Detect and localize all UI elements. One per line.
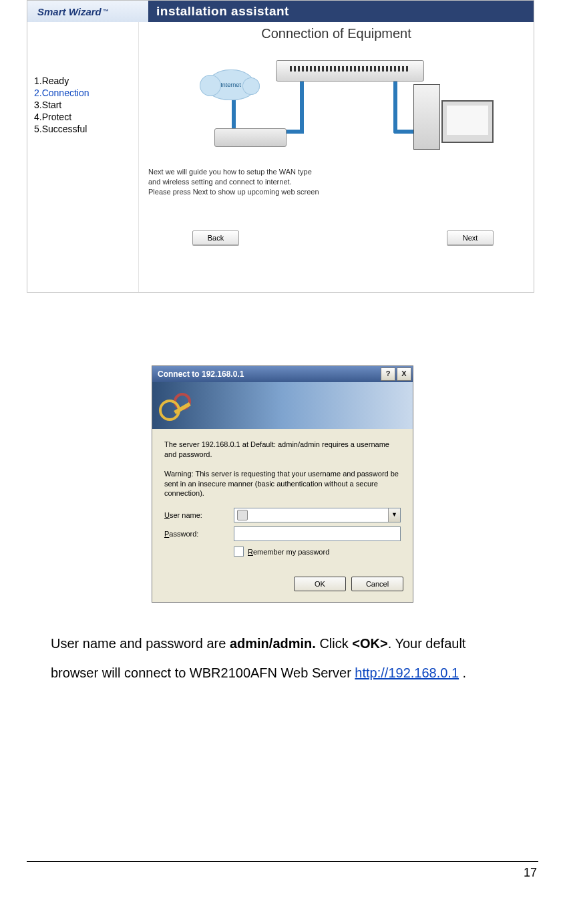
cloud-label: Internet (220, 82, 241, 88)
password-input[interactable] (234, 526, 401, 541)
dialog-title: Connect to 192.168.0.1 (158, 369, 244, 379)
wizard-step-list: 1.Ready 2.Connection 3.Start 4.Protect 5… (27, 22, 138, 292)
dialog-titlebar: Connect to 192.168.0.1 ? X (152, 366, 413, 382)
user-icon (237, 510, 248, 520)
dialog-message-2: Warning: This server is requesting that … (164, 469, 401, 499)
wire-icon (393, 80, 397, 134)
auth-dialog: Connect to 192.168.0.1 ? X The server 19… (152, 366, 413, 602)
close-button[interactable]: X (397, 367, 411, 381)
keys-icon (159, 390, 192, 421)
next-button[interactable]: Next (447, 230, 494, 245)
username-label: User name: (164, 511, 234, 519)
step-start: 3.Start (34, 100, 132, 110)
chevron-down-icon[interactable]: ▼ (388, 508, 400, 522)
help-button[interactable]: ? (381, 367, 395, 381)
internet-cloud-icon: Internet (206, 69, 256, 100)
txt: . Your default (388, 636, 466, 651)
page-number: 17 (27, 861, 538, 893)
wizard-title: installation assistant (148, 1, 534, 22)
txt: browser will connect to WBR2100AFN Web S… (51, 665, 355, 680)
pc-tower-icon (413, 84, 440, 150)
back-button[interactable]: Back (192, 230, 239, 245)
step-ready: 1.Ready (34, 75, 132, 86)
brand-text: Smart Wizard (37, 6, 102, 17)
wizard-window: Smart Wizard™ installation assistant 1.R… (27, 0, 534, 293)
server-link[interactable]: http://192.168.0.1 (355, 665, 459, 680)
dialog-message-1: The server 192.168.0.1 at Default: admin… (164, 440, 401, 460)
pc-monitor-icon (441, 100, 494, 143)
instr-line3: Please press Next to show up upcoming we… (148, 188, 319, 196)
connection-diagram: Internet (193, 44, 480, 159)
remember-label: Remember my password (248, 548, 329, 556)
password-label: Password: (164, 530, 234, 538)
step-protect: 4.Protect (34, 112, 132, 122)
txt-bold: <OK> (352, 636, 387, 651)
ok-button[interactable]: OK (294, 577, 346, 591)
modem-icon (214, 128, 287, 147)
cancel-button[interactable]: Cancel (351, 577, 403, 591)
brand-tm: ™ (103, 8, 109, 15)
diagram-title: Connection of Equipment (148, 26, 524, 41)
username-input[interactable]: ▼ (234, 508, 401, 522)
wizard-content: Connection of Equipment Internet Next we… (138, 22, 534, 292)
dialog-banner (152, 382, 413, 429)
step-successful: 5.Successful (34, 124, 132, 134)
instr-line1: Next we will guide you how to setup the … (148, 168, 312, 176)
wizard-instructions: Next we will guide you how to setup the … (148, 167, 524, 197)
wizard-header: Smart Wizard™ installation assistant (27, 1, 534, 22)
txt-bold: admin/admin. (230, 636, 316, 651)
txt: Click (316, 636, 352, 651)
step-connection: 2.Connection (34, 88, 132, 98)
txt: User name and password are (51, 636, 230, 651)
wire-icon (232, 98, 236, 130)
document-paragraph: User name and password are admin/admin. … (51, 629, 514, 687)
instr-line2: and wireless setting and connect to inte… (148, 178, 292, 186)
remember-checkbox[interactable] (234, 547, 244, 557)
txt: . (459, 665, 466, 680)
wire-icon (300, 80, 308, 134)
router-icon (276, 60, 424, 82)
wizard-brand: Smart Wizard™ (27, 1, 148, 22)
